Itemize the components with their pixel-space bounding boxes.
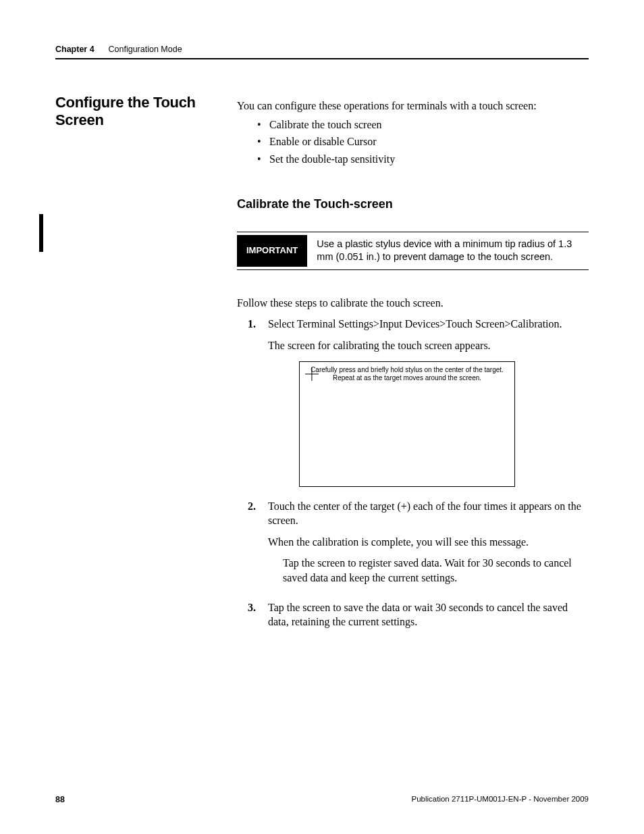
step-text: Touch the center of the target (+) each … [268,499,589,528]
calibration-instruction-line1: Carefully press and briefly hold stylus … [300,366,514,374]
step-result: When the calibration is complete, you wi… [268,535,589,550]
main-column: You can configure these operations for t… [237,99,589,629]
subsection-heading: Calibrate the Touch-screen [237,196,589,212]
step-message: Tap the screen to register saved data. W… [283,556,589,585]
running-header: Chapter 4 Configuration Mode [55,45,589,54]
intro-text: You can configure these operations for t… [237,99,589,113]
publication-info: Publication 2711P-UM001J-EN-P - November… [411,795,589,804]
step-2: Touch the center of the target (+) each … [237,499,589,585]
important-callout: IMPORTANT Use a plastic stylus device wi… [237,232,589,270]
step-result: The screen for calibrating the touch scr… [268,338,589,353]
list-item: Calibrate the touch screen [269,118,589,132]
page-footer: 88 Publication 2711P-UM001J-EN-P - Novem… [55,795,589,804]
step-1: Select Terminal Settings>Input Devices>T… [237,317,589,486]
step-3: Tap the screen to save the data or wait … [237,600,589,629]
page: Chapter 4 Configuration Mode Configure t… [0,0,644,834]
important-text: Use a plastic stylus device with a minim… [307,232,589,269]
calibration-instruction-line2: Repeat at as the target moves around the… [300,374,514,382]
important-label: IMPORTANT [237,235,307,267]
step-text: Tap the screen to save the data or wait … [268,600,589,629]
calibration-screenshot: Carefully press and briefly hold stylus … [299,361,515,487]
lead-in-text: Follow these steps to calibrate the touc… [237,296,589,311]
steps-list: Select Terminal Settings>Input Devices>T… [237,317,589,629]
change-bar-icon [39,214,43,252]
chapter-label: Chapter 4 [55,45,95,54]
target-cross-icon [305,367,319,381]
step-text: Select Terminal Settings>Input Devices>T… [268,317,589,332]
header-rule [55,58,589,59]
page-number: 88 [55,795,65,804]
section-heading: Configure the Touch Screen [55,94,231,129]
list-item: Enable or disable Cursor [269,134,589,149]
bullet-list: Calibrate the touch screen Enable or dis… [237,118,589,167]
list-item: Set the double-tap sensitivity [269,152,589,167]
chapter-title: Configuration Mode [109,45,182,54]
